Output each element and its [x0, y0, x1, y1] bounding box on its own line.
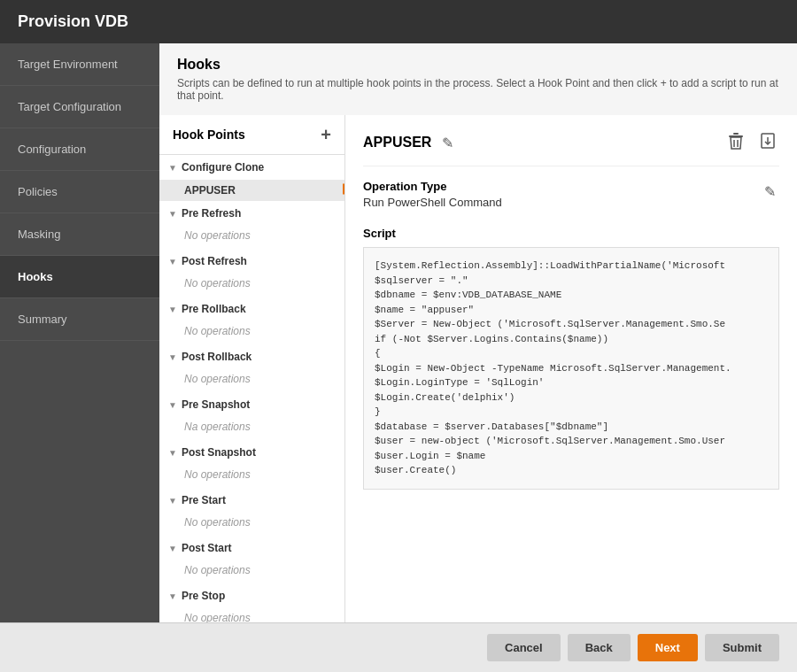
script-content[interactable]: [System.Reflection.Assembly]::LoadWithPa… [363, 247, 779, 490]
post-start-no-ops: No operations [159, 560, 344, 583]
detail-header: APPUSER ✎ [363, 128, 779, 166]
chevron-down-icon: ▼ [168, 544, 177, 553]
post-rollback-header[interactable]: ▼ Post Rollback [159, 344, 344, 369]
detail-actions [724, 128, 779, 157]
pre-refresh-header[interactable]: ▼ Pre Refresh [159, 201, 344, 226]
hook-points-header: Hook Points + [159, 115, 344, 155]
modal-body: Target Environment Target Configuration … [0, 43, 797, 622]
pre-start-header[interactable]: ▼ Pre Start [159, 488, 344, 513]
configure-clone-header[interactable]: ▼ Configure Clone [159, 155, 344, 180]
add-hook-button[interactable]: + [321, 126, 331, 143]
hook-section-post-refresh: ▼ Post Refresh No operations [159, 249, 344, 297]
operation-type-value: Run PowerShell Command [363, 196, 502, 209]
hook-section-pre-snapshot: ▼ Pre Snapshot Na operations [159, 392, 344, 440]
submit-button[interactable]: Submit [705, 634, 779, 661]
sidebar-item-summary[interactable]: Summary [0, 298, 159, 341]
detail-panel: APPUSER ✎ [345, 115, 797, 622]
pre-stop-no-ops: No operations [159, 608, 344, 622]
edit-operation-button[interactable]: ✎ [761, 180, 779, 204]
post-start-header[interactable]: ▼ Post Start [159, 536, 344, 560]
hook-points-panel: Hook Points + ▼ Configure Clone APPUSER [159, 115, 345, 622]
modal-footer: Cancel Back Next Submit [0, 622, 797, 672]
chevron-down-icon: ▼ [168, 448, 177, 458]
next-button[interactable]: Next [638, 634, 698, 661]
post-rollback-no-ops: No operations [159, 369, 344, 392]
pre-start-no-ops: No operations [159, 513, 344, 536]
sidebar-item-masking[interactable]: Masking [0, 213, 159, 256]
export-button[interactable] [756, 128, 779, 157]
content-area: Hook Points + ▼ Configure Clone APPUSER [159, 115, 797, 622]
post-refresh-header[interactable]: ▼ Post Refresh [159, 249, 344, 274]
pre-stop-header[interactable]: ▼ Pre Stop [159, 583, 344, 608]
sidebar-item-target-configuration[interactable]: Target Configuration [0, 86, 159, 128]
main-content: Hooks Scripts can be defined to run at m… [159, 43, 797, 622]
chevron-down-icon: ▼ [168, 209, 177, 219]
post-snapshot-no-ops: No operations [159, 465, 344, 488]
hook-points-title: Hook Points [173, 127, 245, 142]
modal-title-bar: Provision VDB [0, 0, 797, 43]
back-button[interactable]: Back [568, 634, 631, 661]
hook-section-configure-clone: ▼ Configure Clone APPUSER [159, 155, 344, 201]
post-snapshot-header[interactable]: ▼ Post Snapshot [159, 440, 344, 465]
hook-section-pre-refresh: ▼ Pre Refresh No operations [159, 201, 344, 249]
hook-section-post-rollback: ▼ Post Rollback No operations [159, 344, 344, 392]
sidebar: Target Environment Target Configuration … [0, 43, 159, 622]
svg-rect-2 [733, 133, 739, 135]
provision-vdb-modal: Provision VDB Target Environment Target … [0, 0, 797, 672]
operation-type-label: Operation Type [363, 180, 502, 193]
hooks-title: Hooks [177, 57, 779, 73]
chevron-down-icon: ▼ [168, 400, 177, 410]
hook-section-post-start: ▼ Post Start No operations [159, 536, 344, 583]
chevron-down-icon: ▼ [168, 163, 177, 173]
pre-snapshot-header[interactable]: ▼ Pre Snapshot [159, 392, 344, 417]
sidebar-item-policies[interactable]: Policies [0, 171, 159, 213]
pre-snapshot-no-ops: Na operations [159, 417, 344, 440]
operation-type-info: Operation Type Run PowerShell Command [363, 180, 502, 209]
pre-refresh-no-ops: No operations [159, 226, 344, 249]
operation-type-section: Operation Type Run PowerShell Command ✎ [363, 180, 779, 209]
hook-section-pre-rollback: ▼ Pre Rollback No operations [159, 297, 344, 344]
script-label: Script [363, 227, 779, 240]
sidebar-item-configuration[interactable]: Configuration [0, 128, 159, 171]
chevron-down-icon: ▼ [168, 591, 177, 601]
hook-section-pre-start: ▼ Pre Start No operations [159, 488, 344, 536]
cancel-button[interactable]: Cancel [487, 634, 561, 661]
hook-section-post-snapshot: ▼ Post Snapshot No operations [159, 440, 344, 488]
edit-title-button[interactable]: ✎ [438, 131, 457, 155]
detail-title: APPUSER ✎ [363, 131, 457, 155]
chevron-down-icon: ▼ [168, 496, 177, 506]
chevron-down-icon: ▼ [168, 305, 177, 314]
pre-rollback-no-ops: No operations [159, 321, 344, 344]
hook-item-appuser[interactable]: APPUSER [159, 180, 344, 201]
pre-rollback-header[interactable]: ▼ Pre Rollback [159, 297, 344, 321]
appuser-item-row: APPUSER [159, 180, 344, 201]
hooks-header: Hooks Scripts can be defined to run at m… [159, 43, 797, 115]
sidebar-item-hooks[interactable]: Hooks [0, 256, 159, 298]
modal-title: Provision VDB [18, 12, 128, 30]
hook-section-pre-stop: ▼ Pre Stop No operations [159, 583, 344, 622]
script-section: Script [System.Reflection.Assembly]::Loa… [363, 227, 779, 490]
delete-button[interactable] [724, 128, 747, 157]
chevron-down-icon: ▼ [168, 257, 177, 266]
hooks-description: Scripts can be defined to run at multipl… [177, 77, 779, 102]
post-refresh-no-ops: No operations [159, 274, 344, 297]
chevron-down-icon: ▼ [168, 352, 177, 362]
sidebar-item-target-environment[interactable]: Target Environment [0, 43, 159, 86]
